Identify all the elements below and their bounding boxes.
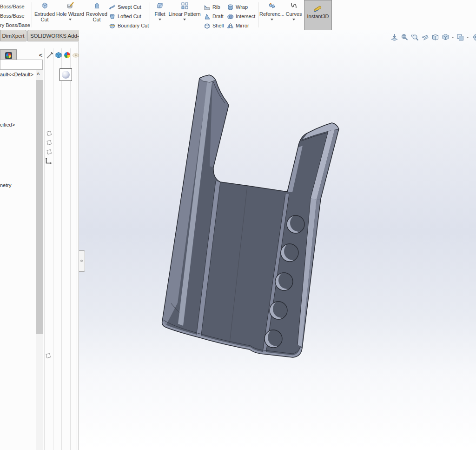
lofted-cut-icon xyxy=(109,13,116,20)
boundary-cut-label: Boundary Cut xyxy=(118,23,149,28)
eye-icon[interactable] xyxy=(72,51,79,59)
extruded-cut-icon xyxy=(41,2,49,10)
ribbon-separator xyxy=(32,2,32,27)
sphere-preview-icon xyxy=(62,71,70,79)
intersect-button[interactable]: Intersect xyxy=(227,12,255,20)
curves-label: Curves xyxy=(286,11,302,17)
linear-pattern-button[interactable]: Linear Pattern xyxy=(166,1,203,20)
revolved-cut-button[interactable]: Revolved Cut xyxy=(86,1,108,22)
splitter-dot-icon xyxy=(80,260,83,262)
scrollbar-thumb[interactable] xyxy=(36,80,43,334)
draft-button[interactable]: Draft xyxy=(204,12,224,20)
back-chevron-icon[interactable]: < xyxy=(37,51,45,59)
boundary-cut-button[interactable]: Boundary Cut xyxy=(109,21,149,30)
reference-geometry-icon xyxy=(268,2,276,10)
instant3d-icon xyxy=(313,4,323,13)
dropdown-caret[interactable] xyxy=(183,19,186,20)
wrap-icon xyxy=(227,4,234,11)
ribbon-partial-boss-base-1[interactable]: Boss/Base xyxy=(0,4,25,9)
swept-cut-label: Swept Cut xyxy=(118,4,141,10)
pencil-sketch-icon[interactable] xyxy=(46,51,53,59)
draft-label: Draft xyxy=(212,13,224,19)
fillet-icon xyxy=(156,2,164,10)
plane-icon[interactable] xyxy=(46,149,53,156)
lofted-cut-label: Lofted Cut xyxy=(118,13,141,19)
mirror-button[interactable]: Mirror xyxy=(227,21,249,30)
ribbon-partial-boss-base-3[interactable]: ry Boss/Base xyxy=(0,22,30,28)
reference-geometry-button[interactable]: Referenc... xyxy=(259,1,284,20)
appearance-thumbnail[interactable] xyxy=(60,68,72,81)
fillet-label: Fillet xyxy=(154,11,165,17)
curves-icon xyxy=(290,2,298,10)
mirror-icon xyxy=(227,22,234,29)
swept-cut-icon xyxy=(109,4,116,11)
rib-label: Rib xyxy=(212,4,220,10)
collapse-arrow[interactable]: ^ xyxy=(37,72,40,77)
color-wheel-icon[interactable] xyxy=(63,51,71,59)
material-node[interactable]: cified> xyxy=(0,122,15,128)
shell-button[interactable]: Shell xyxy=(204,21,224,30)
viewport[interactable] xyxy=(79,30,476,450)
wrap-label: Wrap xyxy=(236,4,248,10)
feature-manager-panel: < ault<<Default> ^ cified> netry xyxy=(0,42,79,450)
ribbon-separator xyxy=(150,2,150,27)
solidworks-window: Boss/Base Boss/Base ry Boss/Base Extrude… xyxy=(0,0,476,450)
ribbon-separator xyxy=(258,2,258,27)
linear-pattern-icon xyxy=(181,2,189,10)
panel-splitter-handle[interactable] xyxy=(79,250,85,272)
panel-divider xyxy=(77,48,77,450)
panel-divider xyxy=(53,48,53,450)
instant3d-label: Instant3D xyxy=(307,13,329,19)
hole-wizard-icon xyxy=(66,2,74,10)
panel-divider xyxy=(44,48,45,450)
shell-label: Shell xyxy=(212,23,224,28)
hole-wizard-label: Hole Wizard xyxy=(56,11,84,17)
color-pinwheel-icon xyxy=(5,52,12,59)
hole-wizard-button[interactable]: Hole Wizard xyxy=(56,1,85,20)
linear-pattern-label: Linear Pattern xyxy=(168,11,200,17)
wrap-button[interactable]: Wrap xyxy=(227,3,248,11)
intersect-icon xyxy=(227,13,234,20)
swept-cut-button[interactable]: Swept Cut xyxy=(109,3,141,11)
rib-button[interactable]: Rib xyxy=(204,3,220,11)
feature-tree-scrollbar[interactable] xyxy=(36,60,43,450)
reference-geometry-label: Referenc... xyxy=(259,11,284,17)
dropdown-caret[interactable] xyxy=(159,19,161,20)
plane-icon[interactable] xyxy=(46,130,53,137)
cube-view-icon[interactable] xyxy=(54,51,62,59)
tab-solidworks-addins-label: SOLIDWORKS Add-Ins xyxy=(30,33,86,39)
configuration-name[interactable]: ault<<Default> xyxy=(0,72,33,77)
fillet-button[interactable]: Fillet xyxy=(152,1,168,20)
rib-icon xyxy=(204,4,211,11)
plane-icon[interactable] xyxy=(45,353,52,360)
mirror-label: Mirror xyxy=(236,23,249,28)
lofted-cut-button[interactable]: Lofted Cut xyxy=(109,12,141,20)
extruded-cut-label: Extruded Cut xyxy=(33,11,56,22)
tab-dimxpert[interactable]: DimXpert xyxy=(0,30,26,41)
shell-icon xyxy=(204,22,211,29)
tree-filter-box[interactable] xyxy=(0,60,43,70)
revolved-cut-icon xyxy=(93,2,101,10)
panel-divider xyxy=(61,48,62,450)
panel-divider xyxy=(70,48,71,450)
boundary-cut-icon xyxy=(109,22,116,29)
revolved-cut-label: Revolved Cut xyxy=(86,11,108,22)
origin-icon[interactable] xyxy=(45,157,52,166)
command-manager-ribbon: Boss/Base Boss/Base ry Boss/Base Extrude… xyxy=(0,0,476,30)
part-3d-model[interactable] xyxy=(79,30,476,450)
curves-button[interactable]: Curves xyxy=(284,1,303,20)
dropdown-caret[interactable] xyxy=(271,19,273,20)
instant3d-button[interactable]: Instant3D xyxy=(304,0,332,30)
dropdown-caret[interactable] xyxy=(292,19,295,20)
geometry-node[interactable]: netry xyxy=(0,182,11,188)
plane-icon[interactable] xyxy=(46,140,53,147)
dropdown-caret[interactable] xyxy=(69,19,72,20)
intersect-label: Intersect xyxy=(236,13,255,19)
draft-icon xyxy=(204,13,211,20)
ribbon-partial-boss-base-2[interactable]: Boss/Base xyxy=(0,13,25,19)
tab-dimxpert-label: DimXpert xyxy=(2,33,25,39)
extruded-cut-button[interactable]: Extruded Cut xyxy=(33,1,56,22)
